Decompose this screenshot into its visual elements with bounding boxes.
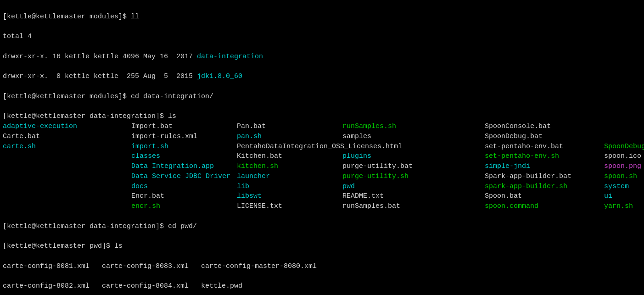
line-6: [kettle@kettlemaster data-integration]$ … (3, 112, 176, 120)
ls-item: spark-app-builder.sh (485, 182, 604, 192)
ls-item: spoon.command (485, 201, 604, 212)
ls-item: runSamples.sh (342, 122, 485, 132)
ls-item (3, 161, 131, 172)
ls-item: libswt (237, 191, 342, 201)
ls-item: purge-utility.sh (342, 172, 485, 182)
ls-item: set-pentaho-env.sh (485, 151, 604, 161)
ls-item: simple-jndi (485, 161, 604, 172)
ls-item: Data Integration.app (131, 161, 237, 172)
ls-item: plugins (342, 151, 485, 161)
ls-item: system (604, 182, 644, 192)
ls-item: yarn.sh (604, 201, 644, 212)
ls-item: Spark-app-builder.bat (485, 172, 604, 182)
ls-item: adaptive-execution (3, 122, 131, 132)
ls-item: pan.sh (237, 132, 342, 142)
ls-item: spoon.ico (604, 151, 644, 161)
dir-jdk: jdk1.8.0_60 (197, 72, 242, 80)
ls-item: import.sh (131, 142, 237, 152)
ls-item: encr.sh (131, 201, 237, 212)
line-pwd-ls-output1: carte-config-8081.xml carte-config-8083.… (3, 262, 317, 270)
ls-item: samples (342, 132, 485, 142)
ls-item: launcher (237, 172, 342, 182)
ls-item: Encr.bat (131, 191, 237, 201)
terminal-window: [kettle@kettlemaster modules]$ ll total … (3, 2, 641, 122)
ls-output: adaptive-execution Import.bat Pan.bat ru… (3, 122, 641, 212)
line-pwd-ls-output2: carte-config-8082.xml carte-config-8084.… (3, 282, 242, 290)
ls-item: Carte.bat (3, 132, 131, 142)
ls-item (3, 201, 131, 212)
ls-item (604, 132, 644, 142)
line-2: total 4 (3, 33, 32, 40)
ls-item: kitchen.sh (237, 161, 342, 172)
ls-item: LICENSE.txt (237, 201, 342, 212)
ls-item: import-rules.xml (131, 132, 237, 142)
dir-data-integration: data-integration (197, 53, 263, 61)
ls-item: docs (131, 182, 237, 192)
ls-item: spoon.sh (604, 172, 644, 182)
ls-item: spoon.png (604, 161, 644, 172)
line-4: drwxr-xr-x. 8 kettle kettle 255 Aug 5 20… (3, 72, 242, 80)
ls-item: Import.bat (131, 122, 237, 132)
terminal-bottom: [kettle@kettlemaster data-integration]$ … (3, 212, 641, 295)
ls-item (3, 191, 131, 201)
ls-item: carte.sh (3, 142, 131, 152)
ls-item (3, 172, 131, 182)
ls-item (3, 151, 131, 161)
line-pwd-ls: [kettle@kettlemaster pwd]$ ls (3, 242, 123, 250)
ls-item: Kitchen.bat (237, 151, 342, 161)
line-1: [kettle@kettlemaster modules]$ ll (3, 13, 139, 21)
ls-item: SpoonDebug.bat (485, 132, 604, 142)
ls-item: classes (131, 151, 237, 161)
line-cd-pwd: [kettle@kettlemaster data-integration]$ … (3, 223, 197, 230)
line-5: [kettle@kettlemaster modules]$ cd data-i… (3, 93, 213, 100)
ls-item: runSamples.bat (342, 201, 485, 212)
ls-item: Pan.bat (237, 122, 342, 132)
ls-item: PentahoDataIntegration_OSS_Licenses.html (237, 142, 485, 152)
ls-item: purge-utility.bat (342, 161, 485, 172)
ls-item (604, 122, 644, 132)
ls-item: SpoonDebug.sh (604, 142, 644, 152)
ls-item (3, 182, 131, 192)
ls-item: Data Service JDBC Driver (131, 172, 237, 182)
ls-item: set-pentaho-env.bat (485, 142, 604, 152)
line-3: drwxr-xr-x. 16 kettle kettle 4096 May 16… (3, 53, 263, 61)
ls-item: README.txt (342, 191, 485, 201)
ls-item: SpoonConsole.bat (485, 122, 604, 132)
ls-item: pwd (342, 182, 485, 192)
ls-item: lib (237, 182, 342, 192)
ls-item: ui (604, 191, 644, 201)
ls-item: Spoon.bat (485, 191, 604, 201)
